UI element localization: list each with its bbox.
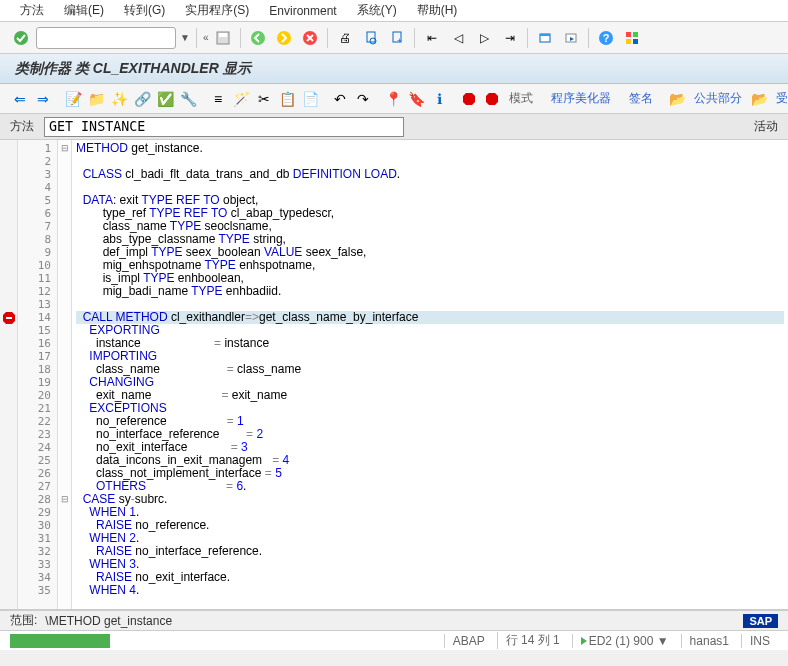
breakpoint-icon[interactable]: 📍	[383, 89, 403, 109]
enhance-icon[interactable]: ✨	[109, 89, 129, 109]
code-line[interactable]: instance = instance	[76, 337, 784, 350]
cut-icon[interactable]: ✂	[254, 89, 274, 109]
code-line[interactable]: OTHERS = 6.	[76, 480, 784, 493]
pretty-printer-button[interactable]: 程序美化器	[547, 90, 615, 107]
status-system: ED2 (1) 900 ▼	[572, 634, 677, 648]
display-change-icon[interactable]: 📝	[63, 89, 83, 109]
exit-icon[interactable]	[273, 27, 295, 49]
menu-system[interactable]: 系统(Y)	[357, 2, 397, 19]
code-line[interactable]: exit_name = exit_name	[76, 389, 784, 402]
status-lang: ABAP	[444, 634, 493, 648]
back-icon[interactable]	[247, 27, 269, 49]
svg-rect-6	[367, 32, 375, 42]
code-line[interactable]: mig_badi_name TYPE enhbadiid.	[76, 285, 784, 298]
fold-toggle[interactable]: ⊟	[58, 493, 71, 506]
menu-edit[interactable]: 编辑(E)	[64, 2, 104, 19]
svg-marker-20	[463, 93, 475, 105]
scope-bar: 范围: \METHOD get_instance SAP	[0, 610, 788, 630]
undo-icon[interactable]: ↶	[330, 89, 350, 109]
ok-icon[interactable]	[10, 27, 32, 49]
code-area[interactable]: METHOD get_instance. CLASS cl_badi_flt_d…	[72, 140, 788, 609]
line-number-gutter: 1234567891011121314151617181920212223242…	[18, 140, 58, 609]
code-line[interactable]: CALL METHOD cl_exithandler=>get_class_na…	[76, 311, 784, 324]
command-dropdown-icon[interactable]: ▼	[180, 32, 190, 43]
test-icon[interactable]: 🔧	[178, 89, 198, 109]
code-line[interactable]: class_name = class_name	[76, 363, 784, 376]
svg-text:?: ?	[603, 32, 610, 44]
where-used-icon[interactable]: ≡	[208, 89, 228, 109]
shortcut-icon[interactable]	[560, 27, 582, 49]
title-bar: 类制作器 类 CL_EXITHANDLER 显示	[0, 54, 788, 84]
new-session-icon[interactable]	[534, 27, 556, 49]
standard-toolbar: ▼ « 🖨 + ⇤ ◁ ▷ ⇥ ?	[0, 22, 788, 54]
prev-page-icon[interactable]: ◁	[447, 27, 469, 49]
code-line[interactable]: RAISE no_exit_interface.	[76, 571, 784, 584]
menu-help[interactable]: 帮助(H)	[417, 2, 458, 19]
save-icon[interactable]	[212, 27, 234, 49]
activate-icon[interactable]: ✅	[155, 89, 175, 109]
find-next-icon[interactable]: +	[386, 27, 408, 49]
status-insert-mode: INS	[741, 634, 778, 648]
command-field[interactable]	[36, 27, 176, 49]
menu-method[interactable]: 方法	[20, 2, 44, 19]
menu-goto[interactable]: 转到(G)	[124, 2, 165, 19]
next-page-icon[interactable]: ▷	[473, 27, 495, 49]
paste-icon[interactable]: 📄	[300, 89, 320, 109]
pattern-button[interactable]: 模式	[505, 90, 537, 107]
find-icon[interactable]	[360, 27, 382, 49]
help-icon[interactable]: ?	[595, 27, 617, 49]
svg-point-4	[277, 31, 291, 45]
svg-marker-21	[486, 93, 498, 105]
first-page-icon[interactable]: ⇤	[421, 27, 443, 49]
collapse-icon[interactable]: «	[203, 32, 209, 43]
bookmark-icon[interactable]: 🔖	[406, 89, 426, 109]
code-line[interactable]: WHEN 4.	[76, 584, 784, 597]
code-line[interactable]: RAISE no_reference.	[76, 519, 784, 532]
status-bar: ABAP 行 14 列 1 ED2 (1) 900 ▼ hanas1 INS	[0, 630, 788, 650]
breakpoint-column[interactable]	[0, 140, 18, 609]
print-icon[interactable]: 🖨	[334, 27, 356, 49]
method-name-input[interactable]	[44, 117, 404, 137]
menu-environment[interactable]: Environment	[269, 4, 336, 18]
scope-label: 范围:	[10, 612, 37, 629]
copy-icon[interactable]: 📋	[277, 89, 297, 109]
other-object-icon[interactable]: 📁	[86, 89, 106, 109]
nav-back-icon[interactable]: ⇐	[10, 89, 30, 109]
stop-icon[interactable]	[459, 89, 479, 109]
info-icon[interactable]: ℹ	[429, 89, 449, 109]
nav-forward-icon[interactable]: ⇒	[33, 89, 53, 109]
svg-rect-16	[626, 32, 631, 37]
signature-button[interactable]: 签名	[625, 90, 657, 107]
last-page-icon[interactable]: ⇥	[499, 27, 521, 49]
code-line[interactable]: METHOD get_instance.	[76, 142, 784, 155]
svg-rect-11	[540, 34, 550, 36]
breakpoint-marker-icon[interactable]	[2, 311, 16, 325]
svg-rect-17	[633, 32, 638, 37]
code-line[interactable]: CLASS cl_badi_flt_data_trans_and_db DEFI…	[76, 168, 784, 181]
menu-utilities[interactable]: 实用程序(S)	[185, 2, 249, 19]
fold-column[interactable]: ⊟⊟	[58, 140, 72, 609]
method-label: 方法	[10, 118, 34, 135]
cancel-icon[interactable]	[299, 27, 321, 49]
method-field-bar: 方法 活动	[0, 114, 788, 140]
status-position: 行 14 列 1	[497, 632, 568, 649]
svg-text:+: +	[397, 36, 402, 45]
fold-toggle[interactable]: ⊟	[58, 142, 71, 155]
wand-icon[interactable]: 🪄	[231, 89, 251, 109]
page-title: 类制作器 类 CL_EXITHANDLER 显示	[15, 60, 251, 78]
sap-logo: SAP	[743, 614, 778, 628]
layout-icon[interactable]	[621, 27, 643, 49]
svg-rect-23	[6, 317, 12, 319]
code-line[interactable]: RAISE no_interface_reference.	[76, 545, 784, 558]
code-line[interactable]: CASE sy-subrc.	[76, 493, 784, 506]
protected-section-button[interactable]: 受保护	[772, 90, 788, 107]
protected-section-icon[interactable]: 📂	[749, 89, 769, 109]
redo-icon[interactable]: ↷	[353, 89, 373, 109]
check-icon[interactable]: 🔗	[132, 89, 152, 109]
scope-path: \METHOD get_instance	[45, 614, 172, 628]
public-section-icon[interactable]: 📂	[667, 89, 687, 109]
public-section-button[interactable]: 公共部分	[690, 90, 746, 107]
code-editor[interactable]: 1234567891011121314151617181920212223242…	[0, 140, 788, 610]
svg-rect-19	[633, 39, 638, 44]
stop2-icon[interactable]	[482, 89, 502, 109]
